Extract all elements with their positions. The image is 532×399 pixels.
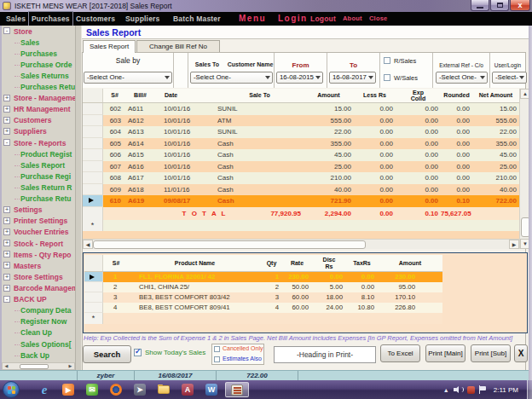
taskbar-firefox[interactable] <box>106 382 126 397</box>
cell-sale-to[interactable]: Cash <box>216 184 304 196</box>
tree-item[interactable]: + Store Settings <box>2 271 75 282</box>
tree-item-label[interactable]: Purchases <box>20 49 57 60</box>
tree-item-label[interactable]: Sales Report <box>20 160 65 171</box>
taskbar-mail-app[interactable] <box>201 382 222 397</box>
cell-amount[interactable]: 230.00 <box>378 272 442 282</box>
cell-rounded[interactable]: 0.00 <box>441 172 472 184</box>
cell-s-no[interactable]: 608 <box>103 172 126 184</box>
cell-date[interactable]: 10/01/16 <box>154 172 216 184</box>
window-titlebar[interactable]: ISKETH MENS WEAR [2017-2018] Sales Repor… <box>0 0 532 12</box>
cell-rate[interactable]: 50.00 <box>282 282 312 292</box>
cell-rounded[interactable]: 0.00 <box>441 184 472 196</box>
cell-bill-no[interactable]: A611 <box>126 103 154 115</box>
col-rounded[interactable]: Rounded <box>441 89 472 102</box>
cell-net-amount[interactable]: 555.00 <box>472 115 519 127</box>
tree-item-label[interactable]: HR Management <box>14 104 71 115</box>
cell-qty[interactable]: 4 <box>261 303 282 313</box>
tree-item[interactable]: + Voucher Entries <box>2 227 75 238</box>
col-amount[interactable]: Amount <box>304 89 354 102</box>
tree-item-label[interactable]: Items - Qty Repo <box>14 250 72 261</box>
cell-net-amount[interactable]: 15.00 <box>472 103 519 115</box>
sales-grid-row[interactable]: 604 A613 10/01/16 SUNIL 22.00 0.00 0.00 … <box>83 126 519 138</box>
tree-item-label[interactable]: BACK UP <box>14 294 47 305</box>
tree-item[interactable]: - Store <box>2 26 75 37</box>
cancelled-only-checkbox[interactable] <box>214 346 220 352</box>
taskbar-file-explorer[interactable] <box>153 382 174 397</box>
row-selector-cell[interactable] <box>83 172 103 184</box>
estimates-also-checkbox[interactable] <box>214 356 220 362</box>
taskbar-media-player[interactable] <box>58 382 78 397</box>
tree-item-label[interactable]: Store - Manageme <box>14 93 75 104</box>
cell-date[interactable]: 09/08/17 <box>154 195 216 207</box>
menu-about[interactable]: About <box>343 12 362 26</box>
menu-batch-master[interactable]: Batch Master <box>173 12 221 26</box>
cell-exp-colld[interactable]: 0.00 <box>396 184 441 196</box>
cell-bill-no[interactable]: A617 <box>126 172 154 184</box>
cell-tax-rs[interactable]: 8.10 <box>346 292 378 303</box>
cell-exp-colld[interactable]: 0.00 <box>396 138 441 150</box>
tab-sales-report[interactable]: Sales Report <box>83 40 136 53</box>
row-selector-cell[interactable] <box>84 282 103 292</box>
cell-bill-no[interactable]: A615 <box>126 149 154 161</box>
to-excel-button[interactable]: To Excel <box>380 344 420 362</box>
cell-amount[interactable]: 45.00 <box>304 149 354 161</box>
sales-grid-row[interactable]: 603 A612 10/01/16 ATM 555.00 0.00 0.00 0… <box>83 115 519 127</box>
tree-item-label[interactable]: Purchase Retu <box>20 194 72 205</box>
cell-s-no[interactable]: 607 <box>103 161 126 173</box>
col-product-name[interactable]: Product Name <box>129 255 261 271</box>
col-date[interactable]: Date <box>154 89 216 102</box>
antivirus-icon[interactable] <box>467 386 475 394</box>
taskbar-clock[interactable]: 2:11 PM <box>494 386 518 394</box>
tree-item-label[interactable]: Back Up <box>20 350 49 361</box>
tree-expand-icon[interactable]: + <box>3 240 10 246</box>
cell-sale-to[interactable]: Cash <box>216 195 304 207</box>
tree-item-label[interactable]: Purchases Retu <box>20 82 75 93</box>
close-button[interactable] <box>510 0 530 11</box>
cell-less-rs[interactable]: 0.00 <box>354 195 396 207</box>
col-exp-colld[interactable]: Exp Colld <box>396 89 441 102</box>
cell-s-no[interactable]: 603 <box>103 115 126 127</box>
tree-item-label[interactable]: Sales <box>20 38 39 49</box>
cell-product-name[interactable]: FL1, FLORINA 32001/ 42 <box>129 272 261 282</box>
cell-exp-colld[interactable]: 0.00 <box>396 149 441 161</box>
sales-grid-row[interactable]: 606 A615 10/01/16 Cash 45.00 0.00 0.00 0… <box>83 149 519 161</box>
cell-sale-to[interactable]: SUNIL <box>216 126 304 138</box>
cell-disc-rs[interactable]: 24.00 <box>312 303 346 313</box>
row-selector-cell[interactable] <box>83 115 103 127</box>
tree-item[interactable]: Purchase Retu <box>2 194 75 205</box>
tree-item-label[interactable]: Sales Returns <box>20 71 69 82</box>
cell-sale-to[interactable]: Cash <box>216 138 304 150</box>
cell-exp-colld[interactable]: 0.00 <box>396 172 441 184</box>
cell-less-rs[interactable]: 0.00 <box>354 149 396 161</box>
cell-less-rs[interactable]: 0.00 <box>354 161 396 173</box>
tree-expand-icon[interactable]: + <box>3 228 10 235</box>
cell-date[interactable]: 10/01/16 <box>154 115 216 127</box>
tree-expand-icon[interactable]: + <box>3 206 10 213</box>
scroll-right-icon[interactable] <box>66 363 74 369</box>
row-selector-cell[interactable] <box>83 195 103 207</box>
sale-by-select[interactable]: -Select One- <box>84 72 172 84</box>
sales-grid-row[interactable]: 605 A614 10/01/16 Cash 355.00 0.00 0.00 … <box>83 138 519 150</box>
menu-purchases[interactable]: Purchases <box>29 12 72 26</box>
cell-less-rs[interactable]: 0.00 <box>354 172 396 184</box>
sales-grid-row[interactable]: 610 A619 09/08/17 Cash 721.90 0.00 0.00 … <box>83 195 519 207</box>
tree-item[interactable]: Product Regist <box>2 148 75 159</box>
cell-sale-to[interactable]: Cash <box>216 161 304 173</box>
cell-rounded[interactable]: 0.00 <box>441 126 472 138</box>
cell-s-no[interactable]: 602 <box>103 103 126 115</box>
tree-item-label[interactable]: Store - Reports <box>14 138 66 149</box>
sales-grid-row[interactable]: 608 A617 10/01/16 Cash 210.00 0.00 0.00 … <box>83 172 519 184</box>
tree-item[interactable]: Purchases <box>2 48 75 59</box>
cell-date[interactable]: 10/01/16 <box>154 149 216 161</box>
col-s-no[interactable]: S# <box>103 255 129 271</box>
tree-expand-icon[interactable]: + <box>3 95 10 101</box>
cell-qty[interactable]: 2 <box>261 282 282 292</box>
cell-amount[interactable]: 40.00 <box>304 184 354 196</box>
cell-rounded[interactable]: 0.00 <box>441 138 472 150</box>
tree-scrollbar-thumb[interactable] <box>20 364 49 369</box>
tree-item[interactable]: + Items - Qty Repo <box>2 249 75 260</box>
tree-item[interactable]: + Barcode Managem <box>2 283 75 294</box>
start-button[interactable] <box>3 381 20 398</box>
cell-disc-rs[interactable]: 18.00 <box>312 292 346 303</box>
cell-exp-colld[interactable]: 0.00 <box>396 161 441 173</box>
